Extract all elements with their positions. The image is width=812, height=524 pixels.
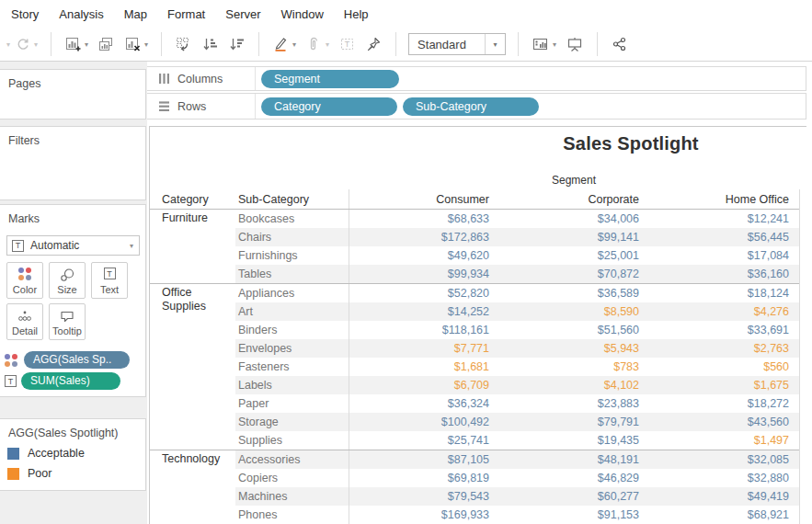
subcategory-label[interactable]: Storage [235, 413, 349, 431]
sales-value[interactable]: $18,124 [648, 284, 798, 302]
sheet-title[interactable]: Sales Spotlight [563, 133, 698, 154]
subcategory-label[interactable]: Fasteners [235, 358, 349, 376]
sales-value[interactable]: $19,435 [498, 431, 648, 450]
show-me-button[interactable]: ▾ [529, 34, 559, 54]
pill-category[interactable]: Category [261, 97, 397, 116]
filters-shelf[interactable]: Filters [0, 126, 146, 200]
share-button[interactable] [608, 34, 632, 54]
sales-value[interactable]: $32,085 [648, 450, 798, 469]
sales-value[interactable]: $79,543 [349, 487, 498, 506]
sales-value[interactable]: $118,161 [349, 321, 498, 339]
category-label[interactable]: Office Supplies [162, 286, 234, 313]
menu-analysis[interactable]: Analysis [59, 3, 114, 26]
tooltip-button[interactable]: Tooltip [49, 303, 86, 340]
subcategory-label[interactable]: Paper [235, 394, 349, 413]
sales-value[interactable]: $14,252 [349, 302, 498, 321]
subcategory-label[interactable]: Appliances [235, 284, 349, 302]
menu-map[interactable]: Map [124, 3, 158, 26]
detail-button[interactable]: Detail [6, 303, 43, 340]
fit-mode-select[interactable]: Standard ▾ [408, 33, 506, 55]
sales-value[interactable]: $49,620 [349, 246, 498, 265]
sales-value[interactable]: $560 [648, 358, 798, 376]
sort-ascending-button[interactable] [199, 34, 222, 54]
consumer-column-header[interactable]: Consumer [349, 189, 498, 209]
sales-value[interactable]: $36,324 [349, 394, 498, 413]
group-members-button[interactable]: ▾ [303, 34, 332, 54]
pill-sub-category[interactable]: Sub-Category [403, 97, 539, 116]
sales-value[interactable]: $4,276 [648, 302, 798, 321]
sales-value[interactable]: $4,102 [498, 376, 648, 394]
sales-value[interactable]: $5,943 [498, 339, 648, 358]
subcategory-label[interactable]: Copiers [235, 469, 349, 487]
sales-value[interactable]: $7,771 [349, 339, 498, 358]
marks-pill-agg-sales-spotlight[interactable]: AGG(Sales Sp.. [24, 351, 130, 369]
sales-value[interactable]: $32,880 [648, 469, 798, 487]
sales-value[interactable]: $25,741 [349, 431, 498, 450]
sales-value[interactable]: $172,863 [349, 228, 498, 246]
sales-value[interactable]: $87,105 [349, 450, 498, 469]
subcategory-label[interactable]: Labels [235, 376, 349, 394]
refresh-button[interactable]: ▾ [12, 34, 40, 54]
corporate-column-header[interactable]: Corporate [498, 189, 648, 209]
swap-rows-columns-button[interactable] [172, 34, 195, 54]
sales-value[interactable]: $91,153 [498, 506, 648, 524]
sales-value[interactable]: $33,691 [648, 321, 798, 339]
subcategory-label[interactable]: Envelopes [235, 339, 349, 358]
category-label[interactable]: Furniture [162, 211, 234, 225]
segment-header[interactable]: Segment [349, 174, 799, 187]
subcategory-label[interactable]: Tables [235, 265, 349, 283]
sales-value[interactable]: $99,934 [349, 265, 498, 283]
sales-value[interactable]: $60,277 [498, 487, 648, 506]
new-worksheet-button[interactable]: ▾ [62, 34, 91, 54]
sales-value[interactable]: $56,445 [648, 228, 798, 246]
sales-value[interactable]: $46,829 [498, 469, 648, 487]
menu-server[interactable]: Server [225, 3, 271, 26]
mark-type-dropdown[interactable]: T Automatic ▾ [6, 235, 140, 256]
subcategory-label[interactable]: Art [235, 302, 349, 321]
sales-value[interactable]: $1,497 [648, 431, 798, 450]
sales-value[interactable]: $23,883 [498, 394, 648, 413]
menu-help[interactable]: Help [344, 3, 380, 26]
sales-value[interactable]: $36,160 [648, 265, 798, 283]
sales-value[interactable]: $79,791 [498, 413, 648, 431]
duplicate-sheet-button[interactable] [95, 34, 118, 54]
sales-value[interactable]: $48,191 [498, 450, 648, 469]
sales-value[interactable]: $68,633 [349, 210, 498, 228]
subcategory-label[interactable]: Binders [235, 321, 349, 339]
menu-format[interactable]: Format [167, 3, 216, 26]
color-button[interactable]: Color [6, 262, 43, 299]
text-label-button[interactable]: T [336, 34, 359, 54]
menu-window[interactable]: Window [281, 3, 335, 26]
sales-value[interactable]: $34,006 [498, 210, 648, 228]
sales-value[interactable]: $783 [498, 358, 648, 376]
sales-value[interactable]: $36,589 [498, 284, 648, 302]
pages-shelf[interactable]: Pages [0, 69, 146, 120]
sales-value[interactable]: $49,419 [648, 487, 798, 506]
sales-value[interactable]: $1,675 [648, 376, 798, 394]
category-label[interactable]: Technology [162, 452, 234, 466]
sales-value[interactable]: $43,560 [648, 413, 798, 431]
pin-button[interactable] [362, 34, 385, 54]
legend-item-poor[interactable]: Poor [7, 467, 51, 480]
sales-value[interactable]: $100,492 [349, 413, 498, 431]
sales-value[interactable]: $25,001 [498, 246, 648, 265]
clear-sheet-button[interactable]: ▾ [121, 34, 151, 54]
sales-value[interactable]: $2,763 [648, 339, 798, 358]
sales-value[interactable]: $8,590 [498, 302, 648, 321]
sales-value[interactable]: $17,084 [648, 246, 798, 265]
subcategory-label[interactable]: Accessories [235, 450, 349, 469]
rows-shelf[interactable]: Rows Category Sub-Category [147, 93, 806, 120]
marks-pill-sum-sales[interactable]: SUM(Sales) [21, 372, 120, 390]
subcategory-label[interactable]: Supplies [235, 431, 349, 450]
text-button[interactable]: T Text [91, 262, 128, 299]
subcategory-label[interactable]: Bookcases [235, 210, 349, 228]
sales-value[interactable]: $68,921 [648, 506, 798, 524]
presentation-mode-button[interactable] [563, 34, 587, 54]
category-column-header[interactable]: Category [150, 189, 235, 209]
menu-story[interactable]: Story [11, 3, 50, 26]
subcategory-label[interactable]: Furnishings [235, 246, 349, 265]
subcategory-label[interactable]: Machines [235, 487, 349, 506]
subcategory-label[interactable]: Chairs [235, 228, 349, 246]
size-button[interactable]: Size [49, 262, 86, 299]
sales-value[interactable]: $6,709 [349, 376, 498, 394]
